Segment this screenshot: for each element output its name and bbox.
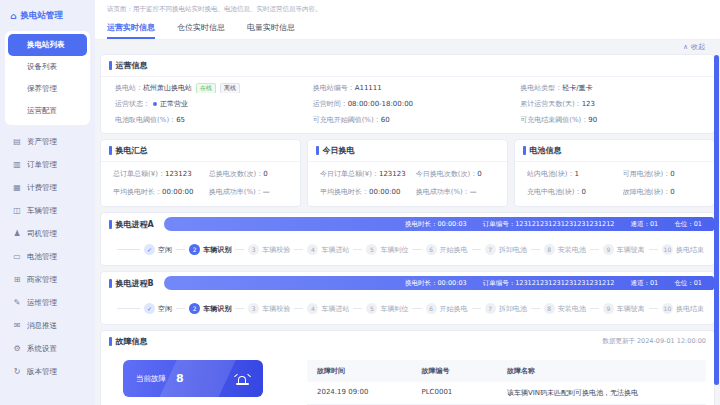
process-step: 7 拆卸电池: [468, 303, 527, 314]
sidebar-item-label: 资产管理: [27, 137, 57, 147]
collapse-toggle[interactable]: ∧ 收起: [683, 42, 705, 52]
step-circle: 6: [426, 303, 437, 314]
sidebar-item[interactable]: ⚙ 系统设置: [0, 337, 95, 360]
sidebar-item[interactable]: ▦ 计费管理: [0, 176, 95, 199]
tab-bar: 运营实时信息仓位实时信息电量实时信息: [95, 18, 720, 40]
tab[interactable]: 仓位实时信息: [177, 18, 225, 39]
process-step: 6 开始换电: [408, 244, 467, 255]
title-tick: [316, 146, 319, 155]
sidebar: ⌂ 换电站管理 换电站列表设备列表保养管理运营配置 ▤ 资产管理 ▥ 订单管理 …: [0, 0, 95, 405]
orders-icon: ▥: [12, 160, 22, 169]
page-description: 该页面：用于监控不同换电站实时换电、电池信息、实时运营信息等内容。: [95, 0, 720, 18]
info-field: 总换电次数(次)： 0: [209, 169, 292, 179]
status-bar-item: 通道：01: [630, 220, 658, 229]
process-step: 3 车辆校验: [231, 303, 290, 314]
sidebar-item-label: 版本管理: [27, 367, 57, 377]
sidebar-item[interactable]: ↻ 版本管理: [0, 360, 95, 383]
sidebar-item[interactable]: ✉ 消息推送: [0, 314, 95, 337]
current-faults-card: 当前故障 8: [123, 360, 263, 397]
field-label: 换电成功率(%)：: [209, 187, 263, 197]
info-field: 今日换电次数(次)： 0: [416, 169, 499, 179]
swap-summary-panel: 换电汇总 总订单总额(¥)： 123123 总换电次数(次)： 0 平均换电时长…: [100, 139, 301, 207]
today-swap-panel: 今日换电 今日订单总额(¥)： 123123 今日换电次数(次)： 0 平均换电…: [307, 139, 508, 207]
step-connector: [590, 249, 599, 250]
tab[interactable]: 运营实时信息: [107, 18, 155, 39]
field-value: 60: [381, 116, 390, 124]
process-a-title: 换电进程A: [116, 219, 154, 230]
field-label: 平均换电时长：: [113, 187, 162, 197]
sidebar-item-label: 电池管理: [27, 252, 57, 262]
process-step: 8 安装电池: [527, 303, 586, 314]
process-step: ✓ 空闲: [113, 244, 172, 255]
step-connector: [412, 308, 421, 309]
billing-icon: ▦: [12, 183, 22, 192]
step-circle: 8: [544, 244, 555, 255]
fault-code-cell: PLC0001: [412, 382, 498, 404]
field-value: 00:00:00: [369, 188, 400, 196]
step-connector: [176, 308, 185, 309]
maintenance-icon: ✎: [12, 298, 22, 307]
step-label: 空闲: [158, 304, 172, 314]
fault-name-cell: 该车辆VIN码未匹配到可换电池，无法换电: [497, 382, 706, 404]
info-field: 可用电池(块)： 0: [623, 169, 706, 179]
title-tick: [523, 146, 526, 155]
sidebar-subitem[interactable]: 运营配置: [8, 100, 87, 122]
sidebar-item[interactable]: ♟ 司机管理: [0, 222, 95, 245]
info-field: 总订单总额(¥)： 123123: [113, 169, 209, 179]
sidebar-item-label: 商家管理: [27, 275, 57, 285]
operation-info-panel: 运营信息 换电站： 杭州萧山换电站 在线 离线 换电站编号： A11111: [100, 54, 715, 134]
process-a-status-bar: 换电时长：00:00:03订单编号：1231212312312312312312…: [164, 217, 714, 231]
process-step: 5 车辆到位: [349, 244, 408, 255]
step-connector: [472, 308, 481, 309]
sidebar-subitem[interactable]: 保养管理: [8, 78, 87, 100]
step-label: 拆卸电池: [499, 245, 527, 255]
today-swap-fields: 今日订单总额(¥)： 123123 今日换电次数(次)： 0 平均换电时长： 0…: [308, 162, 507, 206]
field-value: 123123: [165, 170, 192, 178]
step-label: 拆卸电池: [499, 304, 527, 314]
field-value: 0: [581, 188, 585, 196]
sidebar-item[interactable]: ▤ 资产管理: [0, 130, 95, 153]
fault-table: 故障时间故障编号故障名称 2024.19 09:00 PLC0001 该车辆VI…: [307, 360, 706, 405]
panel-title-row: 电池信息: [515, 140, 714, 162]
sidebar-item[interactable]: ✎ 运维管理: [0, 291, 95, 314]
step-circle: 5: [366, 244, 377, 255]
status-bar-item: 订单编号：123121231231231231231212: [483, 220, 615, 229]
sidebar-item-label: 订单管理: [27, 160, 57, 170]
battery-info-fields: 站内电池(块)： 1 可用电池(块)： 0 充电中电池(块)： 0 故障电池(块…: [515, 162, 714, 206]
sidebar-subitem[interactable]: 设备列表: [8, 56, 87, 78]
sidebar-item[interactable]: ⊞ 商家管理: [0, 268, 95, 291]
title-tick: [109, 337, 112, 346]
step-circle: 4: [307, 303, 318, 314]
field-value: 杭州萧山换电站: [143, 83, 192, 93]
step-circle: 2: [189, 244, 200, 255]
sidebar-item[interactable]: ▥ 订单管理: [0, 153, 95, 176]
field-label: 换电站：: [115, 83, 143, 93]
info-field: 换电站编号： A11111: [313, 83, 521, 93]
sidebar-item[interactable]: ◫ 车辆管理: [0, 199, 95, 222]
tab[interactable]: 电量实时信息: [247, 18, 295, 39]
step-connector: [117, 249, 140, 250]
current-faults-label: 当前故障: [136, 374, 166, 384]
step-label: 车辆进站: [321, 245, 349, 255]
step-connector: [235, 249, 244, 250]
sidebar-subitem[interactable]: 换电站列表: [8, 34, 87, 56]
merchant-icon: ⊞: [12, 275, 22, 284]
process-step: 7 拆卸电池: [468, 244, 527, 255]
scrollbar-thumb[interactable]: [714, 55, 719, 385]
process-a-panel: 换电进程A 换电时长：00:00:03订单编号：1231212312312312…: [100, 212, 715, 266]
sidebar-header-station-management[interactable]: ⌂ 换电站管理: [0, 0, 95, 31]
field-value: 90: [588, 116, 597, 124]
step-circle: 10: [662, 244, 673, 255]
table-header-cell: 故障时间: [307, 360, 412, 382]
sidebar-item[interactable]: ▭ 电池管理: [0, 245, 95, 268]
step-circle: 8: [544, 303, 555, 314]
status-bar-item: 仓位：01: [674, 220, 702, 229]
field-label: 电池取电阈值(%)：: [115, 115, 176, 125]
field-label: 换电站类型：: [520, 83, 562, 93]
step-circle: 5: [366, 303, 377, 314]
process-step: 4 车辆进站: [290, 244, 349, 255]
step-label: 开始换电: [440, 304, 468, 314]
process-a-steps: ✓ 空闲 2 车辆识别 3 车辆校验 4 车辆进站: [101, 235, 714, 265]
step-label: 车辆到位: [380, 304, 408, 314]
step-circle: 2: [189, 303, 200, 314]
